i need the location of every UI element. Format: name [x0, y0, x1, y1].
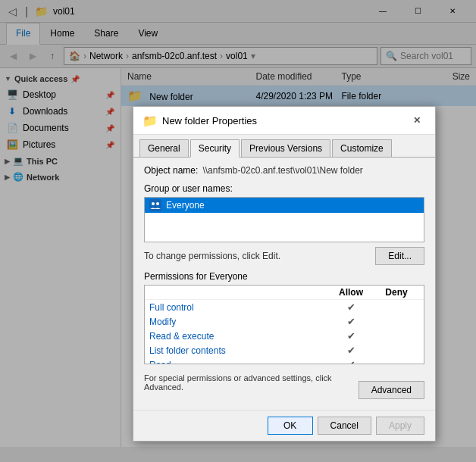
perm-read-name: Read [149, 360, 328, 365]
cancel-button[interactable]: Cancel [318, 417, 371, 435]
dialog-content: Object name: \\anfsmb-02c0.anf.test\vol0… [133, 157, 435, 410]
permissions-box: Allow Deny Full control ✔ Modify ✔ Read … [144, 285, 424, 364]
perm-deny-col-header: Deny [374, 287, 419, 298]
tab-general[interactable]: General [139, 139, 189, 157]
svg-point-2 [156, 202, 159, 205]
permissions-label: Permissions for Everyone [144, 271, 424, 282]
tab-previous-versions[interactable]: Previous Versions [241, 139, 330, 157]
perm-fullcontrol-name: Full control [149, 302, 328, 313]
dialog-tabs: General Security Previous Versions Custo… [133, 135, 435, 157]
list-item: Read ✔ [145, 357, 424, 364]
object-name-row: Object name: \\anfsmb-02c0.anf.test\vol0… [144, 165, 424, 176]
svg-point-1 [152, 202, 155, 205]
svg-rect-0 [149, 199, 161, 211]
advanced-button[interactable]: Advanced [359, 381, 424, 399]
properties-dialog: 📁 New folder Properties ✕ General Securi… [133, 106, 436, 442]
perm-listfolder-allow: ✔ [328, 345, 374, 356]
perm-allow-col-header: Allow [328, 287, 374, 298]
perm-listfolder-name: List folder contents [149, 345, 328, 356]
object-name-value: \\anfsmb-02c0.anf.test\vol01\New folder [202, 165, 362, 176]
edit-label: To change permissions, click Edit. [144, 251, 280, 261]
dialog-folder-icon: 📁 [142, 114, 158, 128]
ok-button[interactable]: OK [268, 417, 313, 435]
user-group-icon [149, 199, 161, 211]
perm-readexec-allow: ✔ [328, 330, 374, 342]
edit-row: To change permissions, click Edit. Edit.… [144, 247, 424, 265]
perm-fullcontrol-allow: ✔ [328, 301, 374, 313]
tab-security[interactable]: Security [190, 139, 240, 158]
dialog-title: New folder Properties [162, 115, 403, 126]
group-label: Group or user names: [144, 183, 424, 194]
permissions-header: Allow Deny [145, 286, 424, 300]
dialog-footer: OK Cancel Apply [133, 410, 435, 441]
list-item: Full control ✔ [145, 300, 424, 314]
list-item: Modify ✔ [145, 314, 424, 329]
perm-modify-allow: ✔ [328, 316, 374, 327]
modal-overlay: 📁 New folder Properties ✕ General Securi… [0, 0, 476, 462]
object-name-label: Object name: [144, 165, 198, 176]
user-name: Everyone [166, 200, 205, 211]
apply-button[interactable]: Apply [376, 417, 424, 435]
list-item: List folder contents ✔ [145, 343, 424, 357]
list-item: Read & execute ✔ [145, 329, 424, 343]
edit-button[interactable]: Edit... [375, 247, 424, 265]
list-item[interactable]: Everyone [145, 198, 424, 213]
special-permissions-text: For special permissions or advanced sett… [144, 373, 356, 392]
perm-modify-name: Modify [149, 317, 328, 327]
users-listbox[interactable]: Everyone [144, 197, 424, 242]
dialog-titlebar: 📁 New folder Properties ✕ [133, 107, 435, 135]
perm-read-allow: ✔ [328, 359, 374, 364]
dialog-close-button[interactable]: ✕ [408, 113, 426, 128]
perm-name-col-header [149, 287, 328, 298]
perm-readexec-name: Read & execute [149, 331, 328, 342]
tab-customize[interactable]: Customize [332, 139, 392, 157]
